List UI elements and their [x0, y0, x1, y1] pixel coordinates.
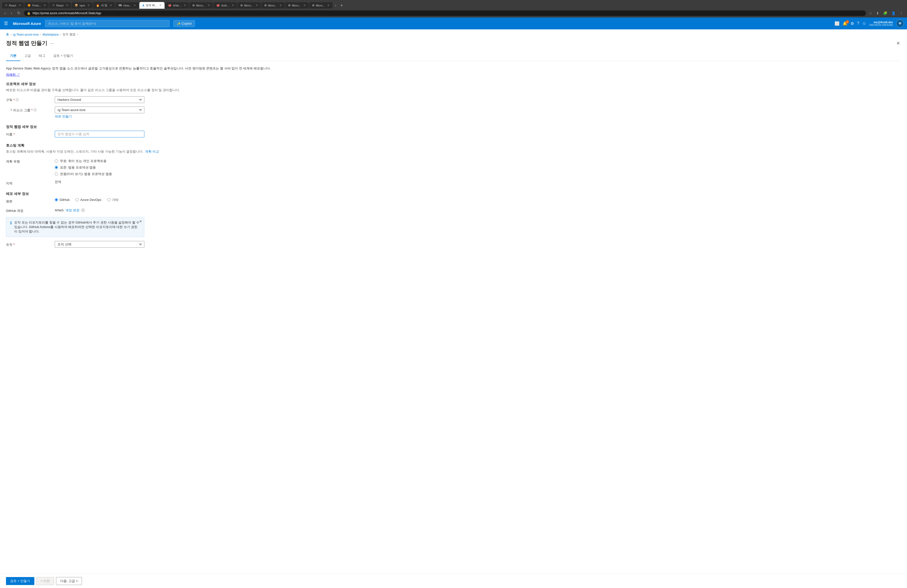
next-button[interactable]: 다음: 고급 >	[56, 577, 82, 583]
tab-favicon: 🔶	[27, 4, 31, 7]
source-field: 원본 GitHub Azure DevOps	[6, 198, 901, 203]
browser-tab-ms2[interactable]: ⊞ Micro... ✕	[237, 2, 261, 8]
browser-tab-npm[interactable]: 📦 npm ✕	[72, 2, 93, 8]
tab-favicon: ⊞	[240, 4, 243, 7]
profile-button[interactable]: 👤	[890, 11, 897, 16]
name-input[interactable]	[55, 131, 144, 138]
tab-close-icon[interactable]: ✕	[279, 4, 282, 7]
copilot-button[interactable]: ✨ Copilot	[173, 20, 195, 27]
browser-tab-preto[interactable]: 🔶 Preto... ✕	[24, 2, 49, 8]
browser-tab-ms3[interactable]: ⊞ Micro... ✕	[261, 2, 285, 8]
browser-tab-github1[interactable]: 🐙 4rNe... ✕	[165, 2, 189, 8]
source-devops-option[interactable]: Azure DevOps	[75, 198, 101, 202]
subscription-select[interactable]: Hackers Ground	[55, 96, 144, 103]
user-avatar[interactable]: M	[896, 19, 904, 27]
plan-dedicated-option[interactable]: 전용(미리 보기): 범용 프로덕션 앱용	[55, 172, 144, 176]
download-button[interactable]: ⬇	[875, 11, 880, 16]
header-actions: ⬜ 🔔 1 ⚙ ? ☺ me@4rne5.dev HACKERS GROUND …	[835, 19, 904, 27]
source-devops-radio[interactable]	[75, 198, 79, 201]
browser-tab-ms4[interactable]: ⊞ Micro... ✕	[285, 2, 309, 8]
plan-compare-link[interactable]: 계획 비교	[145, 150, 159, 153]
extensions-button[interactable]: 🧩	[882, 11, 888, 16]
tab-close-icon[interactable]: ✕	[327, 4, 330, 7]
account-change-link[interactable]: 계정 변경	[66, 208, 79, 213]
feedback-icon[interactable]: ☺	[862, 21, 866, 26]
help-icon[interactable]: ?	[857, 21, 859, 26]
rg-select-wrapper: rg-Team-azure-love	[55, 107, 144, 113]
project-details-desc: 배포된 리소스와 비용을 관리할 구독을 선택합니다. 폴더 같은 리소스 그룹…	[6, 88, 901, 92]
url-input[interactable]: https://portal.azure.com/#create/Microso…	[33, 11, 863, 15]
page-close-button[interactable]: ✕	[895, 40, 901, 47]
review-create-button[interactable]: 검토 + 만들기	[6, 577, 34, 583]
browser-tab-how[interactable]: Mk How... ✕	[115, 2, 139, 8]
plan-standard-radio[interactable]	[55, 166, 58, 169]
region-field: 지역 전역	[6, 180, 901, 186]
address-bar[interactable]: 🔒 https://portal.azure.com/#create/Micro…	[24, 10, 866, 16]
more-tabs-button[interactable]: ›	[333, 3, 338, 8]
rg-required: *	[31, 108, 33, 112]
plan-free-option[interactable]: 무료: 취미 또는 개인 프로젝트용	[55, 159, 144, 163]
tab-review-create[interactable]: 검토 + 만들기	[49, 51, 77, 61]
new-tab-button[interactable]: +	[338, 2, 345, 9]
browser-tab-react1[interactable]: ⚛ React ✕	[2, 2, 24, 8]
browser-tab-react2[interactable]: ⚛ React ✕	[49, 2, 71, 8]
source-other-option[interactable]: 기타	[107, 198, 119, 202]
breadcrumb-rg[interactable]: rg-Team-azure-love	[13, 33, 38, 36]
tab-basic[interactable]: 기본	[6, 51, 21, 61]
tab-close-icon[interactable]: ✕	[110, 4, 112, 7]
page-dots-button[interactable]: ···	[50, 41, 54, 46]
github-account-info-icon[interactable]: ⓘ	[82, 208, 85, 213]
browser-tab-fire[interactable]: 🔥 새 탭 ✕	[93, 2, 115, 9]
tab-close-icon[interactable]: ✕	[256, 4, 258, 7]
resource-group-select[interactable]: rg-Team-azure-love	[55, 107, 144, 113]
plan-standard-option[interactable]: 표준: 범용 프로덕션 앱용	[55, 165, 144, 170]
tab-favicon: 🐙	[168, 4, 171, 7]
breadcrumb-home[interactable]: 홈	[6, 32, 9, 37]
tab-close-icon[interactable]: ✕	[43, 4, 46, 7]
tab-tags[interactable]: 태그	[35, 51, 49, 61]
learn-more-link[interactable]: 자세히 ↗	[6, 73, 20, 77]
search-input[interactable]	[45, 20, 170, 27]
tab-advanced[interactable]: 고급	[21, 51, 35, 61]
tab-favicon: ⊞	[312, 4, 314, 7]
tab-close-icon[interactable]: ✕	[159, 4, 162, 7]
create-new-rg-link[interactable]: 새로 만들기	[55, 114, 72, 119]
github-account-field: GitHub 계정 4rNe5 계정 변경 ⓘ	[6, 207, 901, 213]
tab-close-icon[interactable]: ✕	[184, 4, 186, 7]
back-button[interactable]: ‹	[3, 10, 7, 16]
source-github-option[interactable]: GitHub	[55, 198, 69, 202]
plan-free-radio[interactable]	[55, 159, 58, 163]
notification-icon[interactable]: 🔔 1	[843, 21, 848, 26]
browser-tab-azure-static[interactable]: A 정적 W... ✕	[139, 2, 165, 9]
settings-icon[interactable]: ⚙	[851, 21, 854, 26]
repository-select[interactable]: 조직 선택	[55, 241, 144, 248]
static-webapp-title: 정적 웹앱 세부 정보	[6, 125, 901, 129]
tab-close-icon[interactable]: ✕	[208, 4, 210, 7]
tab-close-icon[interactable]: ✕	[134, 4, 136, 7]
tab-close-icon[interactable]: ✕	[232, 4, 234, 7]
refresh-button[interactable]: ↻	[16, 10, 22, 16]
content-area: 기본 고급 태그 검토 + 만들기 App Service Static Web…	[0, 51, 907, 248]
source-other-radio[interactable]	[107, 198, 111, 201]
rg-info-icon[interactable]: ⓘ	[34, 108, 37, 112]
browser-tab-ms5[interactable]: ⊞ Micro... ✕	[309, 2, 333, 8]
tab-favicon: ⚛	[52, 4, 55, 7]
tab-favicon: 🔥	[96, 4, 99, 7]
browser-tab-auth[interactable]: 🐙 Auth... ✕	[213, 2, 237, 8]
source-github-radio[interactable]	[55, 198, 58, 201]
settings-button[interactable]: ⋮	[899, 11, 904, 16]
hamburger-menu-button[interactable]: ☰	[3, 20, 9, 27]
tab-close-icon[interactable]: ✕	[66, 4, 68, 7]
browser-tab-ms1[interactable]: ⊞ Micro... ✕	[189, 2, 213, 8]
tab-close-icon[interactable]: ✕	[87, 4, 90, 7]
breadcrumb-marketplace[interactable]: Marketplace	[43, 33, 59, 36]
tab-close-icon[interactable]: ✕	[19, 4, 21, 7]
tab-close-icon[interactable]: ✕	[303, 4, 306, 7]
info-banner-close-button[interactable]: ✕	[139, 219, 142, 223]
plan-dedicated-radio[interactable]	[55, 172, 58, 176]
global-search[interactable]	[45, 20, 170, 27]
bookmark-button[interactable]: ☆	[868, 11, 873, 16]
cloud-shell-icon[interactable]: ⬜	[835, 21, 840, 26]
subscription-info-icon[interactable]: ⓘ	[16, 98, 19, 102]
forward-button[interactable]: ›	[9, 10, 13, 16]
